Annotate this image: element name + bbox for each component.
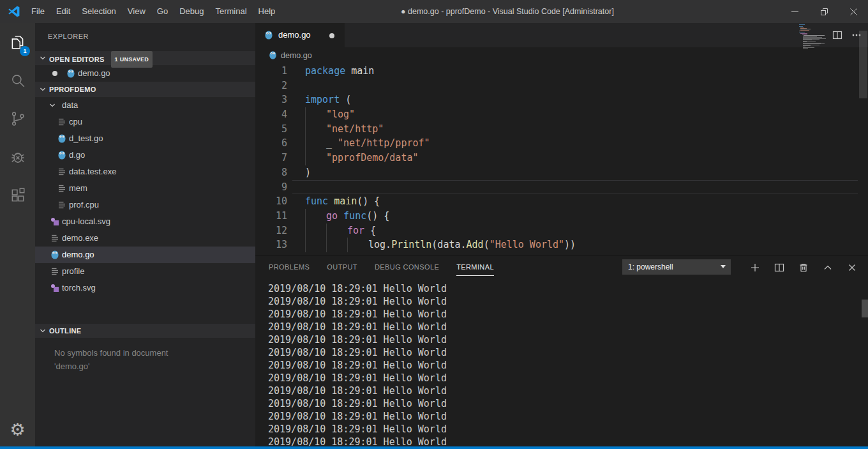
file-label: torch.svg xyxy=(62,280,96,296)
kill-terminal-icon[interactable] xyxy=(791,256,816,278)
code-text: for { xyxy=(347,224,376,238)
file-cpu-local.svg[interactable]: cpu-local.svg xyxy=(35,213,255,230)
code-text: go func() { xyxy=(326,209,389,224)
code-line-4: 4"log" xyxy=(255,107,868,122)
editor-scrollbar[interactable] xyxy=(858,23,868,215)
code-area[interactable]: 1package main23import (4"log"5"net/http"… xyxy=(255,64,868,255)
file-label: d_test.go xyxy=(69,130,103,147)
minimize-icon[interactable] xyxy=(780,0,809,23)
file-torch.svg[interactable]: torch.svg xyxy=(35,280,255,296)
terminal-line: 2019/08/10 18:29:01 Hello World xyxy=(268,333,447,346)
chevron-down-icon xyxy=(40,86,46,93)
indent-guide xyxy=(305,122,306,137)
close-icon[interactable] xyxy=(839,0,868,23)
restore-icon[interactable] xyxy=(809,0,839,23)
panel-tab-debug-console[interactable]: DEBUG CONSOLE xyxy=(375,256,439,278)
outline-header[interactable]: OUTLINE xyxy=(35,324,255,338)
terminal-output[interactable]: 2019/08/10 18:29:01 Hello World2019/08/1… xyxy=(268,282,447,448)
menu-debug[interactable]: Debug xyxy=(174,0,209,23)
terminal-picker-value: 1: powershell xyxy=(628,263,673,271)
indent-guide xyxy=(305,209,306,224)
outline-label: OUTLINE xyxy=(49,327,81,335)
menu-help[interactable]: Help xyxy=(253,0,281,23)
file-data.test.exe[interactable]: data.test.exe xyxy=(35,164,255,180)
status-bar[interactable] xyxy=(0,446,868,449)
file-label: mem xyxy=(69,180,87,197)
terminal-scrollbar-thumb[interactable] xyxy=(862,300,868,317)
project-header[interactable]: PPROFDEMO xyxy=(35,82,255,97)
tab-modified-dot-icon[interactable] xyxy=(329,33,334,38)
file-demo.exe[interactable]: demo.exe xyxy=(35,230,255,247)
open-editors-header[interactable]: OPEN EDITORS1 UNSAVED xyxy=(35,51,255,65)
indent-guide xyxy=(326,224,327,238)
file-profile[interactable]: profile xyxy=(35,263,255,280)
menu-terminal[interactable]: Terminal xyxy=(209,0,252,23)
code-line-2: 2 xyxy=(255,79,868,93)
editor-tab-bar: demo.go xyxy=(255,23,868,47)
file-d_test.go[interactable]: d_test.go xyxy=(35,130,255,147)
extensions-icon[interactable] xyxy=(0,176,35,215)
code-text: ) xyxy=(305,165,311,180)
code-text: "net/http" xyxy=(326,122,384,137)
indent-guide xyxy=(326,238,327,252)
settings-gear-icon[interactable]: ⚙ xyxy=(0,415,35,444)
file-cpu[interactable]: cpu xyxy=(35,114,255,130)
code-line-13: 13log.Println(data.Add("Hello World")) xyxy=(255,238,868,252)
code-line-5: 5"net/http" xyxy=(255,122,868,137)
menu-view[interactable]: View xyxy=(122,0,151,23)
terminal-picker[interactable]: 1: powershell xyxy=(622,259,731,275)
line-number: 13 xyxy=(255,238,287,252)
minimap-line xyxy=(799,24,805,25)
menu-file[interactable]: File xyxy=(26,0,50,23)
search-icon[interactable] xyxy=(0,61,35,100)
minimap-line xyxy=(803,48,808,49)
line-number: 4 xyxy=(255,107,287,122)
chevron-down-icon xyxy=(40,328,46,334)
indent-guide xyxy=(305,136,306,151)
debug-icon[interactable] xyxy=(0,138,35,176)
terminal-line: 2019/08/10 18:29:01 Hello World xyxy=(268,384,447,397)
panel-tab-problems[interactable]: PROBLEMS xyxy=(269,256,310,278)
code-text: "log" xyxy=(326,107,355,122)
code-line-10: 10func main() { xyxy=(255,194,868,209)
open-editor-item[interactable]: demo.go xyxy=(35,65,255,82)
code-text: func main() { xyxy=(305,194,380,209)
generic-file-icon xyxy=(50,233,60,243)
panel-tab-terminal[interactable]: TERMINAL xyxy=(456,256,494,278)
explorer-icon[interactable]: 1 xyxy=(0,23,35,61)
split-terminal-icon[interactable] xyxy=(767,256,791,278)
breadcrumb-label: demo.go xyxy=(281,47,312,64)
file-mem[interactable]: mem xyxy=(35,180,255,197)
source-control-icon[interactable] xyxy=(0,100,35,138)
line-number: 7 xyxy=(255,151,287,165)
panel-tab-output[interactable]: OUTPUT xyxy=(327,256,357,278)
maximize-panel-icon[interactable] xyxy=(816,256,840,278)
code-line-12: 12for { xyxy=(255,224,868,238)
menu-edit[interactable]: Edit xyxy=(50,0,76,23)
menu-selection[interactable]: Selection xyxy=(76,0,121,23)
new-terminal-icon[interactable] xyxy=(743,256,767,278)
folder-data[interactable]: data xyxy=(35,97,255,114)
scrollbar-thumb[interactable] xyxy=(859,31,867,98)
go-file-icon xyxy=(66,68,76,79)
code-line-3: 3import ( xyxy=(255,93,868,107)
menu-go[interactable]: Go xyxy=(151,0,174,23)
minimap[interactable] xyxy=(799,24,857,216)
chevron-down-icon xyxy=(40,55,46,61)
indent-guide xyxy=(305,224,306,238)
panel-tabs: PROBLEMSOUTPUTDEBUG CONSOLETERMINAL xyxy=(269,256,511,278)
close-panel-icon[interactable] xyxy=(840,256,864,278)
file-demo.go[interactable]: demo.go xyxy=(35,247,255,263)
breadcrumb[interactable]: demo.go xyxy=(255,47,868,64)
terminal-line: 2019/08/10 18:29:01 Hello World xyxy=(268,359,447,372)
file-prof.cpu[interactable]: prof.cpu xyxy=(35,197,255,213)
code-line-7: 7"pprofDemo/data" xyxy=(255,151,868,165)
file-label: data.test.exe xyxy=(69,164,116,180)
menu-bar: FileEditSelectionViewGoDebugTerminalHelp xyxy=(26,0,281,23)
file-label: d.go xyxy=(69,147,85,164)
generic-file-icon xyxy=(57,117,67,127)
indent-guide xyxy=(305,238,306,252)
file-d.go[interactable]: d.go xyxy=(35,147,255,164)
terminal-line: 2019/08/10 18:29:01 Hello World xyxy=(268,423,447,436)
tab-demo-go[interactable]: demo.go xyxy=(255,23,345,47)
